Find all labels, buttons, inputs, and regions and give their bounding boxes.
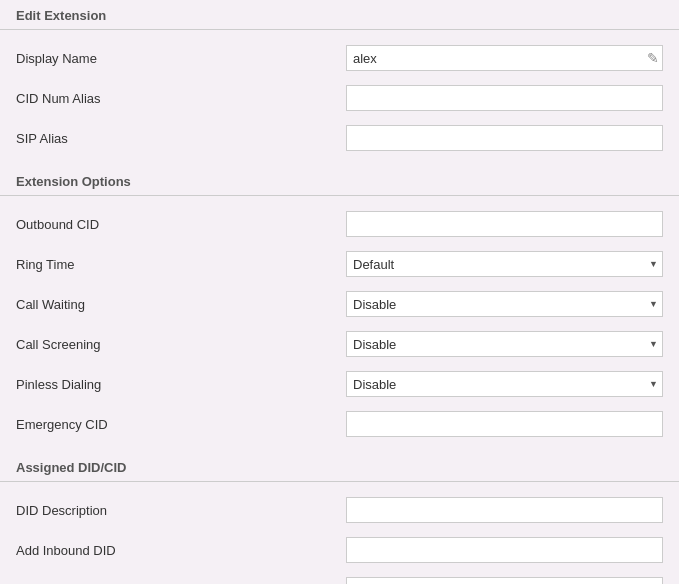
- cid-num-alias-row: CID Num Alias: [0, 78, 679, 118]
- extension-options-header: Extension Options: [0, 166, 679, 196]
- ring-time-select[interactable]: Default 5 10 15 20 25 30 60 120: [346, 251, 663, 277]
- call-screening-label: Call Screening: [16, 337, 346, 352]
- outbound-cid-row: Outbound CID: [0, 204, 679, 244]
- sip-alias-label: SIP Alias: [16, 131, 346, 146]
- display-name-label: Display Name: [16, 51, 346, 66]
- pinless-dialing-select[interactable]: Disable Enable: [346, 371, 663, 397]
- display-name-input[interactable]: [346, 45, 663, 71]
- outbound-cid-label: Outbound CID: [16, 217, 346, 232]
- display-name-icon: ✎: [647, 50, 659, 66]
- outbound-cid-input[interactable]: [346, 211, 663, 237]
- call-screening-select[interactable]: Disable Enable (User Defined) Enable (Sy…: [346, 331, 663, 357]
- did-description-label: DID Description: [16, 503, 346, 518]
- add-inbound-cid-input[interactable]: [346, 577, 663, 584]
- emergency-cid-input[interactable]: [346, 411, 663, 437]
- sip-alias-input[interactable]: [346, 125, 663, 151]
- emergency-cid-label: Emergency CID: [16, 417, 346, 432]
- pinless-dialing-row: Pinless Dialing Disable Enable: [0, 364, 679, 404]
- add-inbound-did-row: Add Inbound DID: [0, 530, 679, 570]
- display-name-field-wrapper: ✎: [346, 45, 663, 71]
- did-description-input[interactable]: [346, 497, 663, 523]
- display-name-row: Display Name ✎: [0, 38, 679, 78]
- pinless-dialing-label: Pinless Dialing: [16, 377, 346, 392]
- call-waiting-label: Call Waiting: [16, 297, 346, 312]
- sip-alias-row: SIP Alias: [0, 118, 679, 158]
- add-inbound-did-label: Add Inbound DID: [16, 543, 346, 558]
- call-screening-row: Call Screening Disable Enable (User Defi…: [0, 324, 679, 364]
- edit-extension-header: Edit Extension: [0, 0, 679, 30]
- did-description-row: DID Description: [0, 490, 679, 530]
- ring-time-label: Ring Time: [16, 257, 346, 272]
- call-waiting-select[interactable]: Disable Enable: [346, 291, 663, 317]
- call-waiting-select-wrapper: Disable Enable: [346, 291, 663, 317]
- pinless-dialing-select-wrapper: Disable Enable: [346, 371, 663, 397]
- ring-time-select-wrapper: Default 5 10 15 20 25 30 60 120: [346, 251, 663, 277]
- ring-time-row: Ring Time Default 5 10 15 20 25 30 60 12…: [0, 244, 679, 284]
- call-waiting-row: Call Waiting Disable Enable: [0, 284, 679, 324]
- call-screening-select-wrapper: Disable Enable (User Defined) Enable (Sy…: [346, 331, 663, 357]
- add-inbound-cid-row: Add Inbound CID: [0, 570, 679, 584]
- cid-num-alias-input[interactable]: [346, 85, 663, 111]
- assigned-did-cid-header: Assigned DID/CID: [0, 452, 679, 482]
- emergency-cid-row: Emergency CID: [0, 404, 679, 444]
- add-inbound-did-input[interactable]: [346, 537, 663, 563]
- cid-num-alias-label: CID Num Alias: [16, 91, 346, 106]
